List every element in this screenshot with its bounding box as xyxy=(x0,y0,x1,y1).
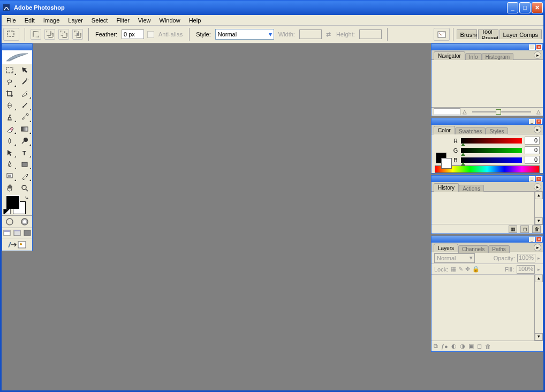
zoom-percent-input[interactable] xyxy=(434,108,460,115)
gradient-tool[interactable] xyxy=(17,123,32,135)
default-colors-icon[interactable] xyxy=(3,209,11,214)
color-bg-swatch[interactable] xyxy=(441,158,452,169)
shape-tool[interactable] xyxy=(17,159,32,170)
close-panel-button[interactable]: × xyxy=(536,44,542,50)
menu-file[interactable]: File xyxy=(2,16,20,25)
b-slider[interactable] xyxy=(461,157,522,163)
delete-layer-icon[interactable]: 🗑 xyxy=(485,343,491,350)
toolbox-header[interactable] xyxy=(2,44,32,50)
minimize-panel-button[interactable]: _ xyxy=(529,119,535,124)
marquee-preset-button[interactable] xyxy=(3,28,19,41)
panel-header[interactable]: _ × xyxy=(432,118,543,125)
type-tool[interactable]: T xyxy=(17,147,32,159)
dock-tab-brushes[interactable]: Brushes xyxy=(457,29,477,39)
selection-add-button[interactable] xyxy=(44,29,55,40)
slice-tool[interactable] xyxy=(17,88,32,100)
panel-header[interactable]: _ × xyxy=(432,176,543,182)
tab-paths[interactable]: Paths xyxy=(488,245,510,253)
toolbox[interactable]: T ⤷ xyxy=(2,43,33,251)
history-brush-tool[interactable] xyxy=(17,111,32,123)
tab-navigator[interactable]: Navigator xyxy=(434,51,465,60)
selection-intersect-button[interactable] xyxy=(72,29,83,40)
crop-tool[interactable] xyxy=(2,88,17,100)
r-value[interactable]: 0 xyxy=(525,137,540,145)
minimize-panel-button[interactable]: _ xyxy=(529,176,535,182)
menu-filter[interactable]: Filter xyxy=(112,16,133,25)
minimize-panel-button[interactable]: _ xyxy=(529,44,535,50)
new-group-icon[interactable]: ▣ xyxy=(468,343,474,350)
foreground-color-swatch[interactable] xyxy=(6,196,19,209)
jump-to-imageready-button[interactable] xyxy=(2,238,32,251)
tab-info[interactable]: Info xyxy=(465,53,482,61)
dock-tab-tool-presets[interactable]: Tool Presets xyxy=(478,29,498,39)
menu-select[interactable]: Select xyxy=(87,16,112,25)
link-layers-icon[interactable]: ⧉ xyxy=(434,343,438,350)
notes-tool[interactable] xyxy=(2,170,17,182)
b-value[interactable]: 0 xyxy=(525,156,540,164)
history-scrollbar[interactable]: ▴ ▾ xyxy=(534,192,543,225)
titlebar[interactable]: Adobe Photoshop _ □ ✕ xyxy=(0,0,545,15)
layer-mask-icon[interactable]: ◐ xyxy=(451,343,457,350)
healing-brush-tool[interactable] xyxy=(2,100,17,111)
layer-style-icon[interactable]: ƒ● xyxy=(441,343,448,350)
brush-tool[interactable] xyxy=(17,100,32,111)
hand-tool[interactable] xyxy=(2,182,17,194)
layers-scrollbar[interactable]: ▴ ▾ xyxy=(534,275,543,341)
tab-history[interactable]: History xyxy=(434,183,459,192)
panel-menu-button[interactable]: ▸ xyxy=(534,244,541,251)
tab-actions[interactable]: Actions xyxy=(459,185,484,192)
zoom-out-icon[interactable]: △ xyxy=(463,109,467,115)
adjustment-layer-icon[interactable]: ◑ xyxy=(460,343,465,350)
zoom-tool[interactable] xyxy=(17,182,32,194)
panel-menu-button[interactable]: ▸ xyxy=(534,183,541,191)
pen-tool[interactable] xyxy=(2,159,17,170)
standard-mode-button[interactable] xyxy=(2,216,17,228)
g-value[interactable]: 0 xyxy=(525,146,540,154)
fullscreen-menu-button[interactable] xyxy=(12,228,22,238)
close-panel-button[interactable]: × xyxy=(536,119,542,124)
new-snapshot-icon[interactable]: ◻ xyxy=(520,225,529,233)
eraser-tool[interactable] xyxy=(2,123,17,135)
marquee-tool[interactable] xyxy=(2,64,17,76)
dock-tab-layer-comps[interactable]: Layer Comps xyxy=(499,29,542,39)
scroll-up-icon[interactable]: ▴ xyxy=(535,192,543,199)
feather-input[interactable] xyxy=(122,29,144,39)
tab-color[interactable]: Color xyxy=(434,126,455,134)
clone-stamp-tool[interactable] xyxy=(2,111,17,123)
selection-new-button[interactable] xyxy=(31,29,41,40)
r-slider[interactable] xyxy=(461,138,522,144)
magic-wand-tool[interactable] xyxy=(17,76,32,88)
swap-colors-icon[interactable]: ⤷ xyxy=(25,195,29,201)
move-tool[interactable] xyxy=(17,64,32,76)
minimize-button[interactable]: _ xyxy=(507,2,518,13)
close-panel-button[interactable]: × xyxy=(536,176,542,182)
panel-menu-button[interactable]: ▸ xyxy=(534,51,541,59)
selection-subtract-button[interactable] xyxy=(58,29,69,40)
tab-layers[interactable]: Layers xyxy=(434,244,458,252)
zoom-in-icon[interactable]: △ xyxy=(536,109,541,115)
lasso-tool[interactable] xyxy=(2,76,17,88)
zoom-slider[interactable] xyxy=(472,111,531,112)
tab-channels[interactable]: Channels xyxy=(458,245,488,253)
menu-view[interactable]: View xyxy=(134,16,155,25)
quickmask-mode-button[interactable] xyxy=(17,216,32,228)
scroll-up-icon[interactable]: ▴ xyxy=(535,275,543,282)
minimize-panel-button[interactable]: _ xyxy=(529,237,535,242)
style-select[interactable]: Normal xyxy=(215,29,274,40)
panel-menu-button[interactable]: ▸ xyxy=(534,126,541,133)
path-selection-tool[interactable] xyxy=(2,147,17,159)
zoom-slider-thumb[interactable] xyxy=(496,109,501,115)
delete-state-icon[interactable]: 🗑 xyxy=(532,225,541,233)
window-close-button[interactable]: ✕ xyxy=(532,2,543,13)
new-document-from-state-icon[interactable]: ▦ xyxy=(509,225,517,233)
new-layer-icon[interactable]: ◻ xyxy=(477,343,482,350)
tab-histogram[interactable]: Histogram xyxy=(482,53,514,61)
panel-header[interactable]: _ × xyxy=(432,236,543,243)
panel-header[interactable]: _ × xyxy=(432,44,543,50)
blur-tool[interactable] xyxy=(2,135,17,147)
standard-screen-button[interactable] xyxy=(2,228,12,238)
fullscreen-button[interactable] xyxy=(22,228,32,238)
menu-image[interactable]: Image xyxy=(39,16,64,25)
close-panel-button[interactable]: × xyxy=(536,237,542,242)
menu-edit[interactable]: Edit xyxy=(20,16,39,25)
